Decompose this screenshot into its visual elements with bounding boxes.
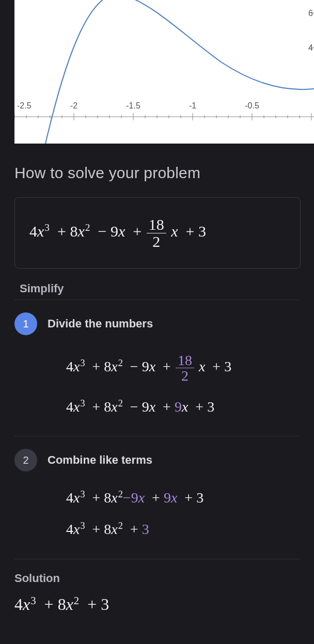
y-tick-label: 4: [308, 43, 313, 53]
const: 3: [198, 223, 206, 240]
frac-den: 2: [147, 233, 166, 250]
step-2-line-2: 4x3 + 8x2 + 3: [66, 521, 300, 538]
step-title-1: Divide the numbers: [48, 317, 153, 331]
curve-path: [45, 0, 314, 144]
fraction: 182: [146, 216, 167, 249]
coef: 8: [70, 223, 78, 240]
chart-svg: [14, 0, 314, 144]
solution-expression: 4x3 + 8x2 + 3: [14, 594, 300, 615]
solution-label: Solution: [14, 559, 300, 594]
step-badge-1[interactable]: 1: [14, 312, 37, 335]
section-heading: How to solve your problem: [14, 164, 300, 182]
simplify-label: Simplify: [14, 269, 300, 300]
step-2-line-1: 4x3 + 8x2−9x + 9x + 3: [66, 489, 300, 506]
x-tick-label: -1: [189, 101, 196, 111]
step-2: 2 Combine like terms 4x3 + 8x2−9x + 9x +…: [14, 436, 300, 559]
main-expression: 4x3 + 8x2 − 9x + 182 x + 3: [29, 216, 286, 249]
step-1-line-1: 4x3 + 8x2 − 9x + 182 x + 3: [66, 353, 300, 384]
x-tick-label: -2.5: [17, 101, 32, 111]
chart-canvas[interactable]: -2.5 -2 -1.5 -1 -0.5 6 4: [14, 0, 314, 144]
x-tick-label: -1.5: [126, 101, 140, 111]
x-tick-label: -0.5: [245, 101, 259, 111]
step-1: 1 Divide the numbers 4x3 + 8x2 − 9x + 18…: [14, 300, 300, 436]
step-badge-2[interactable]: 2: [14, 449, 37, 472]
frac-num: 18: [147, 216, 166, 233]
step-1-line-2: 4x3 + 8x2 − 9x + 9x + 3: [66, 398, 300, 415]
coef: 4: [29, 223, 37, 240]
chart-panel: -2.5 -2 -1.5 -1 -0.5 6 4: [0, 0, 314, 144]
x-tick-label: -2: [70, 101, 77, 111]
main-expression-box: 4x3 + 8x2 − 9x + 182 x + 3: [14, 197, 301, 269]
coef: 9: [111, 223, 118, 240]
y-tick-label: 6: [308, 9, 313, 18]
solution-section: How to solve your problem 4x3 + 8x2 − 9x…: [0, 144, 314, 614]
step-title-2: Combine like terms: [48, 453, 152, 467]
